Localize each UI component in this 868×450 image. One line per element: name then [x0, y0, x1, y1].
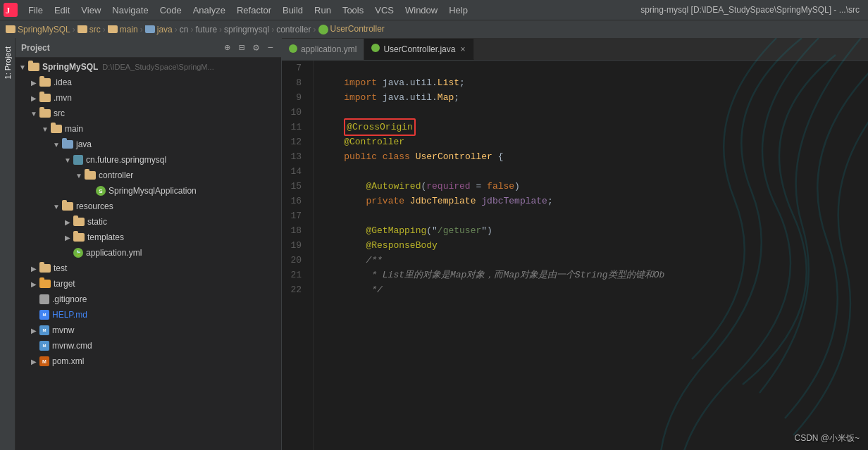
tree-arrow: ▼ [75, 172, 83, 180]
tree-arrow: ▼ [52, 203, 61, 211]
menu-file[interactable]: File [23, 4, 49, 17]
tree-item-helpmd[interactable]: ▶ M HELP.md [16, 307, 281, 323]
tree-label: pom.xml [52, 356, 84, 366]
tree-item-springmysql[interactable]: ▼ SpringMySQL D:\IDEA_StudySpace\SpringM… [16, 59, 281, 75]
line-num-13: 13 [282, 149, 307, 164]
menu-vcs[interactable]: VCS [369, 4, 399, 17]
tree-item-src[interactable]: ▼ src [16, 106, 281, 121]
tree-arrow: ▶ [63, 234, 72, 242]
tree-label: static [87, 217, 107, 227]
code-line-19: @ResponseBody [322, 238, 868, 253]
tree-item-application-yml[interactable]: ▶ 🍃 application.yml [16, 245, 281, 261]
line-num-9: 9 [282, 90, 307, 105]
line-num-19: 19 [282, 238, 307, 253]
yaml-icon: 🍃 [73, 248, 83, 258]
code-line-7 [322, 61, 868, 75]
menu-build[interactable]: Build [277, 4, 309, 17]
panel-icon-add[interactable]: ⊕ [222, 41, 232, 54]
tree-item-static[interactable]: ▶ static [16, 214, 281, 230]
code-line-22: */ [322, 282, 868, 297]
tree-arrow: ▶ [30, 79, 38, 87]
breadcrumb-item-3[interactable]: java [145, 25, 173, 35]
panel-title: Project [21, 43, 218, 53]
breadcrumb-item-7[interactable]: controller [276, 25, 311, 35]
code-content[interactable]: import java.util.List; import java.util.… [314, 61, 868, 450]
line-num-16: 16 [282, 194, 307, 208]
tree-path: D:\IDEA_StudySpace\SpringM... [102, 63, 213, 71]
tree-item-java[interactable]: ▼ java [16, 137, 281, 152]
sidebar-tab-project[interactable]: 1: Project [1, 41, 14, 85]
menu-run[interactable]: Run [309, 4, 337, 17]
tree-item-resources[interactable]: ▼ resources [16, 199, 281, 214]
tree-item-test[interactable]: ▶ test [16, 261, 281, 276]
menu-bar: J File Edit View Navigate Code Analyze R… [0, 0, 868, 20]
code-line-14 [322, 164, 868, 179]
line-num-21: 21 [282, 268, 307, 282]
tree-label: src [54, 108, 65, 118]
tree-item-target[interactable]: ▶ target [16, 276, 281, 292]
tree-label: application.yml [86, 248, 142, 258]
tree-item-mvn[interactable]: ▶ .mvn [16, 90, 281, 106]
tree-item-app[interactable]: ▶ S SpringMysqlApplication [16, 183, 281, 199]
code-line-16: private JdbcTemplate jdbcTemplate; [322, 194, 868, 208]
spring-java-icon: S [96, 186, 106, 196]
tree-item-pomxml[interactable]: ▶ M pom.xml [16, 354, 281, 369]
breadcrumb-item-5[interactable]: future [195, 25, 217, 35]
tree-item-package[interactable]: ▼ cn.future.springmysql [16, 152, 281, 168]
breadcrumb-item-1[interactable]: src [78, 25, 101, 35]
menu-help[interactable]: Help [443, 4, 473, 17]
tree-arrow: ▶ [30, 265, 38, 273]
tree-item-templates[interactable]: ▶ templates [16, 230, 281, 245]
tree-item-gitignore[interactable]: ▶ .gitignore [16, 292, 281, 307]
tab-close-button[interactable]: × [459, 44, 466, 54]
menu-code[interactable]: Code [154, 4, 187, 17]
tree-item-mvnw[interactable]: ▶ M mvnw [16, 323, 281, 338]
folder-icon [39, 94, 51, 102]
tree-label: SpringMySQL [42, 62, 98, 72]
breadcrumb-item-class[interactable]: UserController [318, 24, 385, 35]
tab-bar: application.yml UserController.java × [282, 38, 868, 61]
line-num-18: 18 [282, 223, 307, 238]
panel-icon-settings[interactable]: ⚙ [251, 41, 261, 54]
menu-window[interactable]: Window [399, 4, 443, 17]
tree-label: test [54, 263, 67, 273]
tree-arrow: ▶ [30, 327, 38, 335]
breadcrumb-item-0[interactable]: SpringMySQL [6, 25, 70, 35]
code-line-15: @Autowired(required = false) [322, 179, 868, 194]
line-num-20: 20 [282, 253, 307, 268]
menu-navigate[interactable]: Navigate [106, 4, 154, 17]
tree-arrow: ▼ [30, 110, 38, 118]
panel-icon-layout[interactable]: ⊟ [237, 41, 247, 54]
line-num-12: 12 [282, 135, 307, 149]
line-numbers: 7 8 9 10 11 12 13 14 15 16 17 18 19 20 2… [282, 61, 314, 450]
breadcrumb-item-2[interactable]: main [108, 25, 138, 35]
tab-label: UserController.java [383, 44, 455, 54]
menu-analyze[interactable]: Analyze [187, 4, 231, 17]
code-line-20: /** [322, 253, 868, 268]
menu-edit[interactable]: Edit [49, 4, 75, 17]
tab-usercontroller[interactable]: UserController.java × [364, 39, 474, 60]
menu-view[interactable]: View [75, 4, 106, 17]
tree-arrow: ▼ [52, 141, 61, 149]
breadcrumb-item-6[interactable]: springmysql [224, 25, 269, 35]
window-title: spring-mysql [D:\IDEA_StudySpace\SpringM… [640, 5, 865, 15]
tree-item-controller[interactable]: ▼ controller [16, 168, 281, 183]
breadcrumb-item-4[interactable]: cn [180, 25, 189, 35]
tree-arrow: ▼ [18, 63, 27, 71]
menu-refactor[interactable]: Refactor [231, 4, 277, 17]
tree-item-idea[interactable]: ▶ .idea [16, 75, 281, 90]
folder-icon [39, 264, 51, 273]
folder-icon [28, 63, 39, 71]
tree-item-main[interactable]: ▼ main [16, 121, 281, 137]
tree-label: mvnw [52, 325, 74, 335]
tab-application-yml[interactable]: application.yml [282, 39, 364, 60]
code-line-21: * List里的对象是Map对象，而Map对象是由一个String类型的键和Ob [322, 268, 868, 282]
folder-icon [73, 218, 85, 226]
code-line-13: 🍃 public class UserController { [322, 149, 868, 164]
md-icon: M [39, 310, 49, 320]
menu-tools[interactable]: Tools [337, 4, 369, 17]
code-line-8: import java.util.List; [322, 75, 868, 90]
breadcrumb: SpringMySQL › src › main › java › cn › f… [0, 20, 868, 38]
tree-item-mvnwcmd[interactable]: ▶ M mvnw.cmd [16, 338, 281, 354]
panel-icon-hide[interactable]: − [266, 42, 275, 54]
